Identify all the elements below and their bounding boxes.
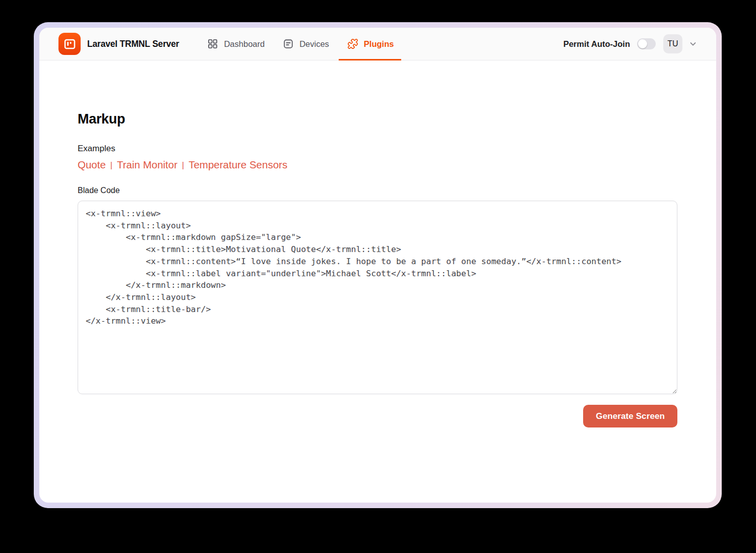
- nav-tab-devices[interactable]: Devices: [274, 28, 338, 60]
- list-box-icon: [283, 38, 294, 49]
- examples-label: Examples: [78, 144, 677, 154]
- nav-tab-label: Devices: [299, 39, 329, 49]
- app-logo: [58, 33, 81, 55]
- actions-row: Generate Screen: [78, 405, 677, 427]
- page-title: Markup: [78, 111, 677, 127]
- grid-icon: [207, 38, 218, 49]
- topbar-right-cluster: Permit Auto-Join TU: [563, 34, 697, 53]
- main-content: Markup Examples Quote | Train Monitor | …: [39, 60, 716, 503]
- chevron-down-icon[interactable]: [689, 40, 697, 48]
- permit-auto-join-label: Permit Auto-Join: [563, 39, 630, 49]
- trmnl-device-icon: [63, 37, 77, 51]
- blade-code-label: Blade Code: [78, 186, 677, 195]
- nav-tab-label: Dashboard: [224, 39, 265, 49]
- example-link-quote[interactable]: Quote: [78, 159, 106, 171]
- link-separator: |: [177, 161, 188, 170]
- nav-tab-label: Plugins: [364, 39, 394, 49]
- app-window: Laravel TRMNL Server Dashboard: [39, 28, 716, 503]
- nav-tab-plugins[interactable]: Plugins: [338, 28, 403, 60]
- permit-auto-join-toggle[interactable]: [637, 38, 656, 49]
- puzzle-icon: [347, 38, 358, 49]
- example-link-temperature-sensors[interactable]: Temperature Sensors: [188, 159, 287, 171]
- generate-screen-button[interactable]: Generate Screen: [583, 405, 677, 427]
- top-navigation-bar: Laravel TRMNL Server Dashboard: [39, 28, 716, 60]
- user-avatar[interactable]: TU: [663, 34, 682, 53]
- nav-tab-dashboard[interactable]: Dashboard: [198, 28, 274, 60]
- blade-code-textarea[interactable]: [78, 201, 677, 394]
- main-nav: Dashboard Devices: [198, 28, 403, 60]
- example-link-train-monitor[interactable]: Train Monitor: [117, 159, 177, 171]
- example-links: Quote | Train Monitor | Temperature Sens…: [78, 159, 677, 171]
- app-window-frame: Laravel TRMNL Server Dashboard: [34, 22, 722, 508]
- app-title: Laravel TRMNL Server: [87, 39, 179, 49]
- link-separator: |: [106, 161, 117, 170]
- toggle-knob: [638, 39, 647, 48]
